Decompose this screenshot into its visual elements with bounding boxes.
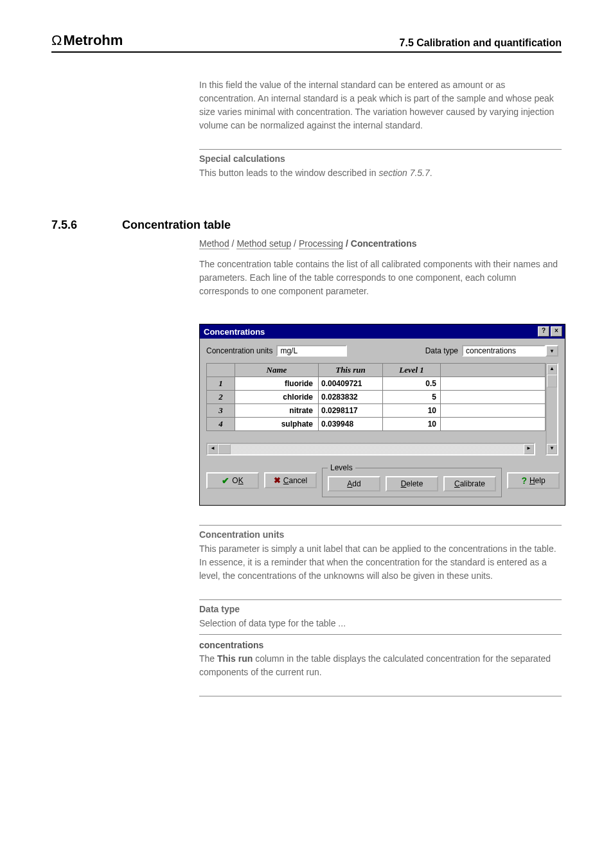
col-level1: Level 1 — [383, 364, 441, 377]
scroll-down-icon[interactable]: ▼ — [547, 444, 557, 454]
dialog-title: Concentrations — [204, 327, 537, 337]
table-row[interactable]: 1 fluoride 0.00409721 0.5 — [207, 377, 546, 391]
x-icon: ✖ — [274, 475, 281, 485]
omega-icon: Ω — [51, 32, 62, 49]
data-type-select[interactable]: concentrations ▼ — [462, 345, 558, 357]
vertical-scrollbar[interactable]: ▲ ▼ — [546, 363, 558, 456]
col-thisrun: This run — [319, 364, 383, 377]
data-type-label: Data type — [425, 346, 458, 355]
intro-paragraph-1: In this field the value of the internal … — [199, 78, 562, 132]
table-row[interactable]: 3 nitrate 0.0298117 10 — [207, 404, 546, 418]
check-icon: ✔ — [222, 475, 229, 486]
subhead-special-calc: Special calculations — [199, 154, 562, 164]
posttext-p3: The This run column in the table display… — [199, 652, 562, 679]
subhead-data-type: Data type — [199, 604, 562, 614]
brand-logo: ΩMetrohm — [51, 32, 123, 49]
cancel-button[interactable]: ✖ Cancel — [264, 472, 317, 488]
conc-units-input[interactable]: mg/L — [276, 345, 347, 357]
delete-button[interactable]: Delete — [386, 476, 438, 492]
section-intro-text: The concentration table contains the lis… — [199, 258, 562, 298]
horizontal-scrollbar[interactable]: ◄ ► — [206, 443, 535, 456]
section-reference: 7.5 Calibration and quantification — [400, 37, 562, 49]
col-name: Name — [235, 364, 319, 377]
add-button[interactable]: Add — [328, 476, 380, 492]
levels-legend: Levels — [328, 463, 355, 472]
table-row[interactable]: 2 chloride 0.0283832 5 — [207, 391, 546, 404]
posttext-p2: Selection of data type for the table ... — [199, 617, 562, 630]
calibrate-button[interactable]: Calibrate — [443, 476, 496, 492]
conc-units-label: Concentration units — [206, 346, 272, 355]
menu-path: Method / Method setup / Processing / Con… — [199, 238, 562, 249]
section-heading: 7.5.6Concentration table — [51, 218, 562, 232]
ok-button[interactable]: ✔ OK — [206, 472, 259, 489]
titlebar-close-button[interactable]: × — [551, 326, 562, 337]
subhead-conc-units: Concentration units — [199, 529, 562, 540]
titlebar-help-button[interactable]: ? — [538, 326, 549, 337]
scroll-up-icon[interactable]: ▲ — [547, 364, 557, 375]
intro-paragraph-2: This button leads to the window describe… — [199, 166, 562, 180]
scroll-left-icon[interactable]: ◄ — [208, 444, 218, 454]
question-icon: ? — [521, 475, 527, 486]
concentrations-dialog: Concentrations ? × Concentration units m… — [199, 324, 565, 506]
option-concentrations: concentrations — [199, 639, 562, 652]
table-row[interactable]: 4 sulphate 0.039948 10 — [207, 418, 546, 431]
concentration-table[interactable]: Name This run Level 1 1 fluoride 0.00409… — [206, 363, 546, 431]
help-button[interactable]: ? Help — [507, 472, 560, 489]
posttext-p1: This parameter is simply a unit label th… — [199, 542, 562, 583]
scroll-right-icon[interactable]: ► — [524, 444, 534, 454]
chevron-down-icon[interactable]: ▼ — [546, 345, 558, 357]
